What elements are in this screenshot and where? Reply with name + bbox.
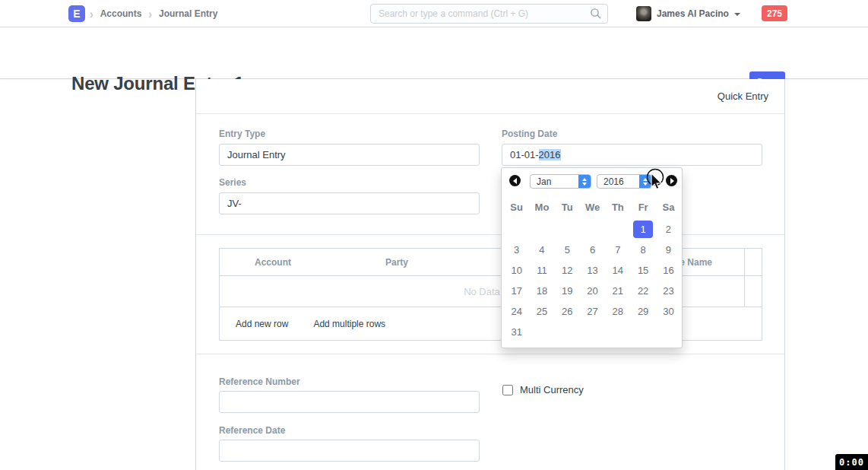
- reference-number-label: Reference Number: [219, 376, 300, 387]
- form-toolbar: Quick Entry: [196, 79, 784, 114]
- datepicker-day-26[interactable]: 26: [555, 301, 580, 322]
- datepicker-day-6[interactable]: 6: [580, 240, 605, 260]
- day-of-week-label: Fr: [630, 198, 655, 215]
- datepicker-day-29[interactable]: 29: [630, 301, 655, 322]
- prev-month-button[interactable]: [509, 175, 521, 186]
- datepicker-day-22[interactable]: 22: [630, 281, 655, 301]
- day-of-week-label: Th: [605, 198, 630, 215]
- empty-day-cell: [529, 219, 554, 240]
- datepicker-day-18[interactable]: 18: [529, 281, 554, 301]
- day-of-week-label: We: [580, 198, 605, 215]
- arrow-right-icon: [670, 178, 674, 184]
- posting-date-label: Posting Date: [502, 129, 557, 139]
- multi-currency-field: Multi Currency: [502, 384, 584, 395]
- datepicker-day-7[interactable]: 7: [605, 240, 630, 260]
- datepicker-day-1[interactable]: 1: [630, 219, 655, 240]
- app-logo[interactable]: E: [68, 5, 85, 22]
- empty-day-cell: [605, 219, 630, 240]
- grid-gutter: [744, 249, 762, 275]
- datepicker-day-2[interactable]: 2: [656, 219, 681, 240]
- select-spinner-icon: [578, 174, 591, 189]
- datepicker-day-10[interactable]: 10: [504, 260, 529, 281]
- chevron-right-icon: ›: [148, 6, 152, 21]
- user-name: James Al Pacino: [657, 8, 729, 19]
- day-of-week-label: Tu: [555, 198, 580, 215]
- datepicker-day-25[interactable]: 25: [529, 301, 554, 322]
- app-logo-letter: E: [73, 8, 80, 20]
- datepicker-grid: SuMoTuWeThFrSa12345678910111213141516171…: [504, 198, 681, 342]
- breadcrumb-journal-entry[interactable]: Journal Entry: [159, 8, 217, 19]
- search-icon: [590, 8, 602, 20]
- datepicker-day-30[interactable]: 30: [656, 301, 681, 322]
- column-header-account[interactable]: Account: [220, 257, 326, 268]
- datepicker-day-20[interactable]: 20: [580, 281, 605, 301]
- day-of-week-label: Mo: [529, 198, 554, 215]
- next-month-button[interactable]: [666, 175, 677, 186]
- page-header: New Journal Entry 1 Not Saved Save: [0, 28, 868, 79]
- quick-entry-link[interactable]: Quick Entry: [718, 91, 768, 102]
- chevron-right-icon: ›: [90, 6, 93, 21]
- add-multiple-rows-button[interactable]: Add multiple rows: [313, 319, 385, 329]
- datepicker-day-3[interactable]: 3: [504, 240, 529, 260]
- form-card: Quick Entry Entry Type Series Posting Da…: [195, 79, 785, 470]
- datepicker-day-17[interactable]: 17: [504, 281, 529, 301]
- datepicker-day-11[interactable]: 11: [529, 260, 554, 281]
- year-select-value: 2016: [597, 176, 624, 187]
- datepicker-day-4[interactable]: 4: [529, 240, 554, 260]
- day-of-week-label: Su: [504, 198, 529, 215]
- datepicker-day-21[interactable]: 21: [605, 281, 630, 301]
- section-reference: Reference Number Reference Date Multi Cu…: [196, 354, 784, 469]
- select-spinner-icon: [639, 174, 651, 189]
- month-select[interactable]: Jan: [530, 174, 591, 189]
- posting-date-value: 01-01-: [510, 149, 539, 160]
- reference-date-input[interactable]: [219, 440, 480, 462]
- user-menu[interactable]: James Al Pacino: [636, 0, 740, 27]
- posting-date-input[interactable]: 01-01-2016: [502, 144, 762, 166]
- datepicker-day-12[interactable]: 12: [555, 260, 580, 281]
- section-accounting-entries: Account Party Reference Name No Data Add…: [196, 234, 784, 354]
- datepicker-day-31[interactable]: 31: [504, 322, 529, 342]
- datepicker-day-23[interactable]: 23: [656, 281, 681, 301]
- global-search: [370, 4, 608, 24]
- datepicker-day-8[interactable]: 8: [630, 240, 655, 260]
- datepicker-day-9[interactable]: 9: [656, 240, 681, 260]
- reference-date-label: Reference Date: [219, 425, 285, 436]
- posting-date-selected-text: 2016: [539, 149, 561, 160]
- datepicker-day-5[interactable]: 5: [555, 240, 580, 260]
- breadcrumb: › Accounts › Journal Entry: [90, 0, 217, 27]
- arrow-left-icon: [513, 178, 517, 184]
- reference-number-input[interactable]: [219, 391, 480, 413]
- datepicker-day-14[interactable]: 14: [605, 260, 630, 281]
- datepicker-header: Jan 2016: [502, 168, 682, 195]
- datepicker-day-27[interactable]: 27: [580, 301, 605, 322]
- empty-day-cell: [580, 219, 605, 240]
- datepicker-day-19[interactable]: 19: [555, 281, 580, 301]
- caret-down-icon: [734, 13, 740, 16]
- datepicker-popup: Jan 2016 SuMoTuWeThFrSa12345678910111213…: [501, 167, 683, 348]
- multi-currency-label: Multi Currency: [520, 384, 584, 395]
- multi-currency-checkbox[interactable]: [502, 385, 513, 395]
- series-input[interactable]: [219, 192, 480, 214]
- empty-day-cell: [555, 219, 580, 240]
- datepicker-day-16[interactable]: 16: [656, 260, 681, 281]
- year-select[interactable]: 2016: [597, 174, 652, 189]
- datepicker-day-28[interactable]: 28: [605, 301, 630, 322]
- entry-type-label: Entry Type: [219, 129, 265, 139]
- search-input[interactable]: [370, 4, 608, 24]
- breadcrumb-accounts[interactable]: Accounts: [100, 8, 142, 19]
- grid-gutter: [744, 276, 762, 306]
- entry-type-input[interactable]: [219, 144, 480, 166]
- add-new-row-button[interactable]: Add new row: [236, 319, 288, 329]
- datepicker-day-24[interactable]: 24: [504, 301, 529, 322]
- column-header-party[interactable]: Party: [326, 257, 467, 268]
- navbar: E › Accounts › Journal Entry James Al Pa…: [0, 0, 868, 27]
- avatar: [636, 6, 651, 21]
- day-of-week-label: Sa: [656, 198, 681, 215]
- notification-badge[interactable]: 275: [762, 5, 787, 21]
- series-label: Series: [219, 177, 246, 188]
- empty-day-cell: [504, 219, 529, 240]
- datepicker-day-15[interactable]: 15: [630, 260, 655, 281]
- section-main: Entry Type Series Posting Date 01-01-201…: [196, 114, 784, 234]
- month-select-value: Jan: [531, 176, 551, 187]
- datepicker-day-13[interactable]: 13: [580, 260, 605, 281]
